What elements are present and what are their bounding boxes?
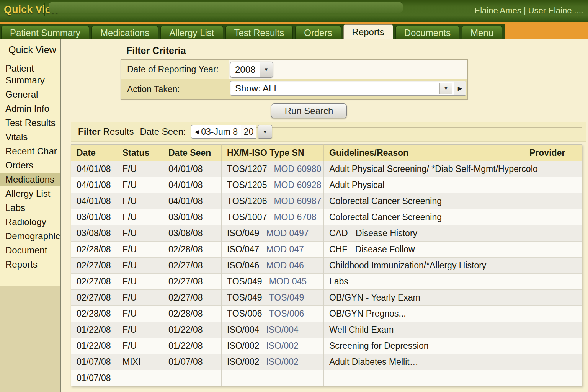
- chevron-down-icon: ▼: [444, 85, 449, 91]
- date-seen-value: 03-Jum 8: [201, 127, 238, 137]
- cell-hx-type: [222, 370, 324, 386]
- cell-guidelines: OB/GYN - Yearly Exam: [324, 290, 582, 306]
- table-row[interactable]: 01/07/08: [71, 370, 582, 386]
- tab-reports[interactable]: Reports: [343, 24, 393, 39]
- tab-medications[interactable]: Medications: [91, 26, 158, 39]
- table-row[interactable]: 02/27/08F/U02/27/08TOS/049TOS/049OB/GYN …: [71, 290, 582, 306]
- table-row[interactable]: 02/28/08F/U02/28/08TOS/006TOS/006OB/GYN …: [71, 306, 582, 322]
- hx-code: TOS/049: [227, 292, 262, 302]
- sidebar-item-orders[interactable]: Orders: [0, 158, 60, 172]
- cell-date: 03/08/08: [71, 225, 117, 242]
- cell-status: [117, 370, 163, 386]
- cell-hx-type: ISO/049MOD 0497: [222, 225, 324, 242]
- cell-hx-type: ISO/047MOD 047: [222, 242, 324, 258]
- cell-status: F/U: [117, 322, 163, 338]
- chevron-down-icon: ▼: [264, 67, 269, 72]
- filter-results-bar: Filter Results Date Seen: ◀ 03-Jum 8 20 …: [71, 122, 586, 142]
- cell-date: 01/22/08: [71, 322, 117, 338]
- tab-allergy-list[interactable]: Allergy List: [160, 26, 223, 39]
- reporting-year-dropdown-button[interactable]: ▼: [260, 62, 273, 77]
- table-row[interactable]: 03/01/08F/U03/01/08TOS/1007MOD 6708Color…: [71, 209, 582, 225]
- date-seen-label: Date Seen:: [140, 126, 186, 137]
- hx-code: TOS/006: [227, 309, 262, 318]
- date-seen-control: ◀ 03-Jum 8 20 ▼: [191, 125, 272, 139]
- table-row[interactable]: 02/27/08F/U02/27/08ISO/046MOD 046Childho…: [71, 258, 582, 274]
- action-taken-expand-button[interactable]: ▶: [454, 81, 466, 95]
- results-table-header: DateStatusDate SeenHX/M-ISO Type SNGuide…: [71, 145, 582, 161]
- action-taken-select[interactable]: Show: ALL ▼ ▶: [230, 81, 466, 96]
- sidebar-item-general[interactable]: General: [0, 88, 60, 101]
- hx-code: ISO/004: [227, 325, 259, 335]
- app-header: Quick View Elaine Ames | User Elaine ...…: [0, 0, 588, 22]
- table-row[interactable]: 02/28/08F/U02/28/08ISO/047MOD 047CHF - D…: [71, 242, 582, 258]
- cell-status: F/U: [117, 338, 163, 354]
- table-row[interactable]: 03/08/08F/U03/08/08ISO/049MOD 0497CAD - …: [71, 225, 582, 242]
- cell-hx-type: TOS/1207MOD 60980: [222, 161, 324, 177]
- sidebar-item-document[interactable]: Document: [0, 243, 60, 257]
- tab-documents[interactable]: Documents: [395, 26, 459, 39]
- tab-test-results[interactable]: Test Results: [225, 26, 293, 39]
- date-seen-dropdown-button[interactable]: ▼: [258, 125, 272, 139]
- table-row[interactable]: 04/01/08F/U04/01/08TOS/1206MOD 60987Colo…: [71, 193, 582, 209]
- cell-date-seen: 04/01/08: [163, 161, 222, 177]
- sidebar-item-radiology[interactable]: Radiology: [0, 215, 60, 229]
- cell-status: F/U: [117, 193, 163, 209]
- hx-code: TOS/1207: [227, 164, 267, 174]
- sidebar-item-admin-info[interactable]: Admin Info: [0, 102, 60, 115]
- table-row[interactable]: 02/27/08F/U02/27/08TOS/049MOD 045Labs: [71, 274, 582, 290]
- hx-code: TOS/1205: [227, 180, 267, 190]
- hx-code: ISO/049: [227, 228, 259, 238]
- header-inset-bar: [49, 2, 403, 13]
- sidebar-item-vitals[interactable]: Vitals: [0, 130, 60, 144]
- column-header-status: Status: [117, 145, 163, 161]
- cell-hx-type: TOS/1206MOD 60987: [222, 193, 324, 209]
- cell-guidelines: [324, 370, 582, 386]
- hx-mod-code: MOD 047: [266, 244, 304, 254]
- table-row[interactable]: 01/22/08F/U01/22/08ISO/004ISO/004Well Ch…: [71, 322, 582, 338]
- tab-menu[interactable]: Menu: [462, 26, 502, 39]
- cell-status: F/U: [117, 258, 163, 274]
- table-row[interactable]: 04/01/08F/U04/01/08TOS/1207MOD 60980Adul…: [71, 161, 582, 177]
- column-header-date-seen: Date Seen: [163, 145, 222, 161]
- cell-date-seen: 03/08/08: [163, 225, 222, 242]
- date-seen-value-box[interactable]: ◀ 03-Jum 8: [191, 125, 241, 139]
- sidebar-item-medications[interactable]: Medications: [0, 173, 60, 186]
- tab-patient-summary[interactable]: Patient Summary: [1, 26, 89, 39]
- sidebar-item-patient-summary[interactable]: Patient Summary: [0, 62, 60, 87]
- sidebar-item-test-results[interactable]: Test Results: [0, 116, 60, 129]
- sidebar-item-allergy-list[interactable]: Allergy List: [0, 187, 60, 200]
- cell-guidelines: CAD - Disease History: [324, 225, 582, 242]
- hx-code: ISO/002: [227, 341, 259, 351]
- filter-results-title-rest: Results: [101, 126, 134, 137]
- cell-status: F/U: [117, 161, 163, 177]
- cell-hx-type: TOS/049TOS/049: [222, 290, 324, 306]
- table-row[interactable]: 01/22/08F/U01/22/08ISO/002ISO/002Screeni…: [71, 338, 582, 354]
- cell-guidelines: OB/GYN Pregnos...: [324, 306, 582, 322]
- date-seen-year-box[interactable]: 20: [241, 125, 256, 139]
- cell-hx-type: ISO/004ISO/004: [222, 322, 324, 338]
- cell-guidelines: Adult Diabetes Mellit…: [324, 354, 582, 370]
- sidebar-item-demographic[interactable]: Demographic: [0, 229, 60, 243]
- cell-hx-type: TOS/006TOS/006: [222, 306, 324, 322]
- cell-guidelines: Childhood Immunization/*Allergy History: [324, 258, 582, 274]
- hx-code: TOS/049: [227, 276, 262, 286]
- reporting-year-value-area: 2008 ▼: [229, 60, 467, 79]
- table-row[interactable]: 04/01/08F/U04/01/08TOS/1205MOD 60928Adul…: [71, 177, 582, 193]
- cell-status: F/U: [117, 306, 163, 322]
- cell-date-seen: 02/28/08: [163, 242, 222, 258]
- action-taken-dropdown-button[interactable]: ▼: [439, 83, 452, 94]
- hx-mod-code: MOD 6708: [274, 212, 316, 222]
- cell-guidelines: Adult Physical: [324, 177, 582, 193]
- run-search-button[interactable]: Run Search: [271, 103, 347, 118]
- hx-code: TOS/1206: [227, 196, 267, 206]
- chevron-left-icon[interactable]: ◀: [194, 129, 199, 135]
- table-row[interactable]: 01/07/08MIXI01/07/08ISO/002ISO/002Adult …: [71, 354, 582, 370]
- sidebar-item-reports[interactable]: Reports: [0, 258, 60, 271]
- header-divider: [44, 3, 45, 16]
- reporting-year-label: Date of Reporting Year:: [121, 60, 229, 79]
- sidebar-item-recent-char[interactable]: Recent Char: [0, 144, 60, 158]
- reporting-year-select[interactable]: 2008 ▼: [230, 62, 273, 78]
- tab-orders[interactable]: Orders: [295, 26, 341, 39]
- sidebar-item-labs[interactable]: Labs: [0, 201, 60, 214]
- filter-criteria-heading: Filter Criteria: [126, 45, 186, 56]
